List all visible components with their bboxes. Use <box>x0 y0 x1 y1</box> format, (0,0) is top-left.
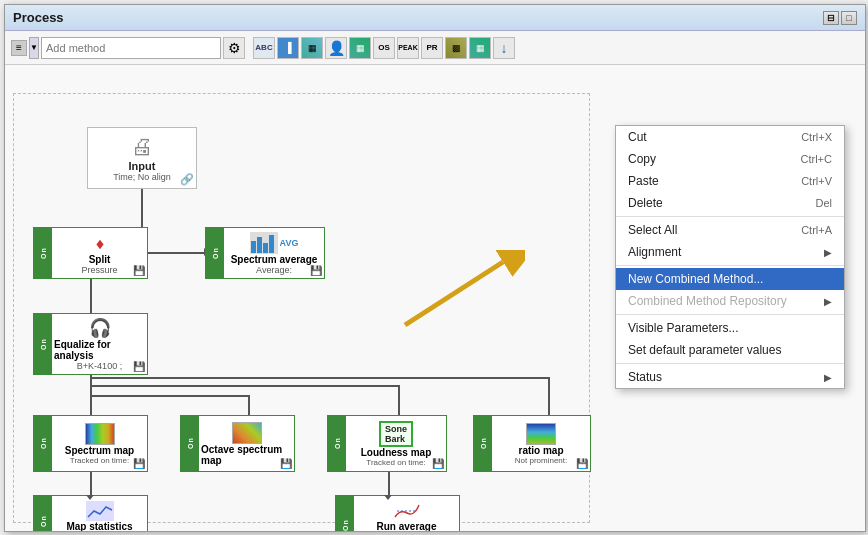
toolbar: ≡ ▼ ⚙ ABC ▐ ▦ 👤 ▦ OS PEAK PR ▩ ▦ ↓ <box>5 31 865 65</box>
add-method-input[interactable] <box>41 37 221 59</box>
equalize-node[interactable]: On 🎧 Equalize for analysis B+K-4100 ; 💾 <box>33 313 148 375</box>
octave-badge: On <box>181 416 199 471</box>
mapstats-badge: On <box>34 496 52 531</box>
arrow-specmap-mapstats <box>90 472 92 496</box>
toolbar-icon-8[interactable]: ▩ <box>445 37 467 59</box>
runavg-content: Run average Average: Energy; From first … <box>354 496 459 531</box>
loudness-title: Loudness map <box>361 447 432 458</box>
method-dropdown[interactable]: ≡ ▼ ⚙ <box>11 37 245 59</box>
context-cut[interactable]: Cut Ctrl+X <box>616 126 844 148</box>
yellow-arrow <box>385 250 525 340</box>
settings-icon[interactable]: ⚙ <box>223 37 245 59</box>
context-setdefault[interactable]: Set default parameter values <box>616 339 844 361</box>
toolbar-icon-9[interactable]: ▦ <box>469 37 491 59</box>
context-combinedrepo-arrow: ▶ <box>824 296 832 307</box>
loudness-node[interactable]: On SoneBark Loudness map Tracked on time… <box>327 415 447 472</box>
context-cut-shortcut: Ctrl+X <box>801 131 832 143</box>
context-status[interactable]: Status ▶ <box>616 366 844 388</box>
input-node-sub: Time; No align <box>113 172 171 182</box>
context-copy-label: Copy <box>628 152 656 166</box>
split-save: 💾 <box>133 265 145 276</box>
context-copy[interactable]: Copy Ctrl+C <box>616 148 844 170</box>
spectrum-avg-title: Spectrum average <box>231 254 318 265</box>
runavg-node[interactable]: On Run average Average: Energy; From fir… <box>335 495 460 531</box>
context-newcombined-label: New Combined Method... <box>628 272 763 286</box>
input-node[interactable]: 🖨 Input Time; No align 🔗 <box>87 127 197 189</box>
svg-line-2 <box>405 262 503 325</box>
arrow-eq-ratio-h <box>90 377 550 379</box>
spectrum-map-save: 💾 <box>133 458 145 469</box>
context-newcombined[interactable]: New Combined Method... <box>616 268 844 290</box>
context-selectall-label: Select All <box>628 223 677 237</box>
context-alignment-arrow: ▶ <box>824 247 832 258</box>
context-delete-shortcut: Del <box>815 197 832 209</box>
split-node[interactable]: On ⬧ Split Pressure 💾 <box>33 227 148 279</box>
title-bar-buttons: ⊟ □ <box>823 11 857 25</box>
ratio-badge: On <box>474 416 492 471</box>
toolbar-icon-peak[interactable]: PEAK <box>397 37 419 59</box>
octave-title: Octave spectrum map <box>201 444 292 466</box>
split-title: Split <box>89 254 111 265</box>
ratio-title: ratio map <box>518 445 563 456</box>
input-node-title: Input <box>129 160 156 172</box>
context-paste[interactable]: Paste Ctrl+V <box>616 170 844 192</box>
ratio-sub: Not prominent: <box>515 456 567 465</box>
toolbar-menu-icon[interactable]: ≡ <box>11 40 27 56</box>
equalize-title: Equalize for analysis <box>54 339 145 361</box>
arrowhead-specmap-mapstats <box>86 495 94 500</box>
toolbar-icon-down[interactable]: ↓ <box>493 37 515 59</box>
mapstats-title: Map statistics <box>66 521 132 532</box>
arrow-split-equalize <box>90 279 92 315</box>
octave-save: 💾 <box>280 458 292 469</box>
arrow-eq-loudness-v <box>398 385 400 417</box>
context-visibleparams[interactable]: Visible Parameters... <box>616 317 844 339</box>
context-visibleparams-label: Visible Parameters... <box>628 321 739 335</box>
context-delete-label: Delete <box>628 196 663 210</box>
toolbar-icon-4[interactable]: 👤 <box>325 37 347 59</box>
mapstats-node[interactable]: On Map statistics Average 💾 <box>33 495 148 531</box>
octave-icon <box>232 422 262 444</box>
toolbar-icon-os[interactable]: OS <box>373 37 395 59</box>
ratio-icon <box>526 423 556 445</box>
loudness-sub: Tracked on time: <box>366 458 425 467</box>
spectrum-map-sub: Tracked on time: <box>70 456 129 465</box>
toolbar-icon-pr[interactable]: PR <box>421 37 443 59</box>
arrow-eq-octave-h <box>90 395 250 397</box>
context-status-label: Status <box>628 370 662 384</box>
context-sep-2 <box>616 265 844 266</box>
arrow-eq-octave-v <box>248 395 250 417</box>
spectrum-avg-sub: Average: <box>256 265 292 275</box>
canvas: 🖨 Input Time; No align 🔗 On ⬧ Split Pres… <box>5 65 865 531</box>
title-bar: Process ⊟ □ <box>5 5 865 31</box>
window-title: Process <box>13 10 64 25</box>
spectrum-avg-save: 💾 <box>310 265 322 276</box>
context-alignment[interactable]: Alignment ▶ <box>616 241 844 263</box>
context-alignment-label: Alignment <box>628 245 681 259</box>
context-paste-label: Paste <box>628 174 659 188</box>
toolbar-icon-5[interactable]: ▦ <box>349 37 371 59</box>
split-sub: Pressure <box>81 265 117 275</box>
context-paste-shortcut: Ctrl+V <box>801 175 832 187</box>
context-selectall[interactable]: Select All Ctrl+A <box>616 219 844 241</box>
context-sep-1 <box>616 216 844 217</box>
restore-button[interactable]: ⊟ <box>823 11 839 25</box>
dropdown-arrow[interactable]: ▼ <box>29 37 39 59</box>
equalize-save: 💾 <box>133 361 145 372</box>
ratio-node[interactable]: On ratio map Not prominent: 💾 <box>473 415 591 472</box>
spectrum-avg-node[interactable]: On AVG Spectrum average <box>205 227 325 279</box>
arrow-eq-ratio-v <box>548 377 550 417</box>
context-delete[interactable]: Delete Del <box>616 192 844 214</box>
spectrum-map-node[interactable]: On Spectrum map Tracked on time: 💾 <box>33 415 148 472</box>
maximize-button[interactable]: □ <box>841 11 857 25</box>
loudness-content: SoneBark Loudness map Tracked on time: <box>346 416 446 471</box>
equalize-badge: On <box>34 314 52 374</box>
toolbar-icon-3[interactable]: ▦ <box>301 37 323 59</box>
arrow-split-specavg <box>148 252 206 254</box>
toolbar-icon-2[interactable]: ▐ <box>277 37 299 59</box>
main-area: Process * 🖨 Input Time; No align 🔗 On ⬧ … <box>5 65 865 531</box>
split-icon: ⬧ <box>94 231 106 254</box>
ratio-save: 💾 <box>576 458 588 469</box>
octave-node[interactable]: On Octave spectrum map 💾 <box>180 415 295 472</box>
toolbar-icon-1[interactable]: ABC <box>253 37 275 59</box>
context-combinedrepo: Combined Method Repository ▶ <box>616 290 844 312</box>
